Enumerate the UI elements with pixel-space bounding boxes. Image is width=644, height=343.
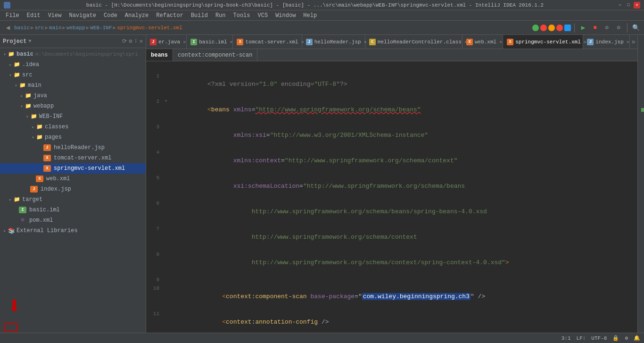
tree-item-main[interactable]: ▾ 📁 main: [0, 80, 146, 91]
maximize-button[interactable]: □: [625, 2, 632, 8]
tree-item-webapp[interactable]: ▾ 📁 webapp: [0, 101, 146, 111]
bottom-rect: [4, 323, 18, 332]
tree-item-indexjsp[interactable]: J index.jsp: [0, 184, 146, 194]
tree-item-basic[interactable]: ▾ 📁 basic H:\Documents\beginningspring\s…: [0, 49, 146, 59]
tree-item-java[interactable]: ▸ 📁 java: [0, 91, 146, 101]
status-green: [532, 25, 539, 31]
tree-item-pom[interactable]: m pom.xml: [0, 215, 146, 226]
sidebar-close-icon[interactable]: ✕: [140, 38, 143, 45]
menu-tools[interactable]: Tools: [230, 10, 254, 21]
tree-item-pages[interactable]: ▾ 📁 pages: [0, 132, 146, 142]
build-button[interactable]: ⚙: [602, 23, 612, 33]
tree-item-helloreader[interactable]: J helloReader.jsp: [0, 142, 146, 153]
menu-run[interactable]: Run: [212, 10, 230, 21]
menu-file[interactable]: File: [2, 10, 23, 21]
tree-item-springmvc[interactable]: X springmvc-servlet.xml: [0, 163, 146, 174]
breadcrumb-webinf[interactable]: WEB-INF: [90, 25, 112, 31]
tab-icon-iml: I: [190, 39, 197, 45]
search-button[interactable]: 🔍: [631, 23, 641, 33]
tab-close-er-java[interactable]: ✕: [183, 39, 186, 45]
toolbar-back[interactable]: ◀: [3, 23, 13, 33]
tree-item-webinf[interactable]: ▾ 📁 WEB-INF: [0, 111, 146, 122]
app-icon: [4, 2, 10, 8]
tree-item-webxml[interactable]: X web.xml: [0, 174, 146, 184]
tab-springmvc-active[interactable]: X springmvc-servlet.xml ✕: [503, 35, 583, 49]
breadcrumb-src[interactable]: src: [35, 25, 44, 31]
tree-item-classes[interactable]: ▸ 📁 classes: [0, 122, 146, 132]
tree-item-basiciml[interactable]: I basic.iml: [0, 205, 146, 215]
menu-view[interactable]: View: [44, 10, 66, 21]
tree-item-external-libs[interactable]: ▸ 📚 External Libraries: [0, 226, 146, 236]
tab-indexjsp[interactable]: J index.jsp ✕: [583, 35, 629, 49]
menu-vcs[interactable]: VCS: [254, 10, 272, 21]
sidebar-header: Project ▼ ⟳ ⚙ ↕ ✕: [0, 35, 146, 48]
status-bar: 3:1 LF: UTF-8 🔒 ⚙ 🔔: [0, 333, 644, 343]
tab-webxml[interactable]: X web.xml ✕: [462, 35, 503, 49]
status-blue: [564, 25, 571, 31]
tab-helloreader[interactable]: J helloReader.jsp ✕: [302, 35, 365, 49]
tab-icon-tomcat: X: [237, 39, 243, 45]
external-libraries-label: External Libraries: [17, 227, 78, 234]
status-right: 3:1 LF: UTF-8 🔒 ⚙ 🔔: [561, 335, 640, 341]
tab-tomcat-xml[interactable]: X tomcat-server.xml ✕: [233, 35, 302, 49]
menu-navigate[interactable]: Navigate: [65, 10, 100, 21]
editor-tabs: J er.java ✕ I basic.iml ✕ X tomcat-serve…: [146, 35, 637, 49]
tree-item-idea[interactable]: ▸ 📁 .idea: [0, 59, 146, 70]
tab-icon-class: C: [369, 39, 376, 45]
tab-overflow[interactable]: »: [630, 35, 637, 49]
window-controls: ─ □ ✕: [617, 2, 640, 8]
breadcrumb-main[interactable]: main: [49, 25, 61, 31]
tree-item-tomcat[interactable]: X tomcat-server.xml: [0, 153, 146, 163]
tab-icon-webxml: X: [466, 39, 473, 45]
close-button[interactable]: ✕: [634, 2, 640, 8]
menu-code[interactable]: Code: [100, 10, 121, 21]
menu-refactor[interactable]: Refactor: [152, 10, 187, 21]
minimize-button[interactable]: ─: [617, 2, 623, 8]
tab-close-indexjsp[interactable]: ✕: [627, 39, 629, 45]
fold-btn-2[interactable]: ▾: [165, 99, 167, 104]
tab-close-webxml[interactable]: ✕: [499, 39, 502, 45]
sidebar-sync-icon[interactable]: ⟳: [122, 38, 127, 45]
tab-helloreader-class[interactable]: C HelloReaderController.class ✕: [365, 35, 462, 49]
code-line-4: 4 xmlns:context="http://www.springframew…: [146, 148, 637, 174]
run-button[interactable]: ▶: [578, 23, 588, 33]
tree-item-target[interactable]: ▸ 📁 target: [0, 194, 146, 205]
menu-help[interactable]: Help: [299, 10, 321, 21]
status-notifications-icon[interactable]: 🔔: [634, 335, 640, 341]
code-line-blank: [146, 63, 637, 72]
breadcrumb-file[interactable]: springmvc-servlet.xml: [117, 25, 182, 31]
status-orange: [548, 25, 555, 31]
main-layout: Project ▼ ⟳ ⚙ ↕ ✕ ▾ 📁 basic H:\Documents…: [0, 35, 644, 343]
project-tab[interactable]: Project: [3, 38, 26, 45]
settings-button[interactable]: ⚙: [613, 23, 624, 33]
tab-close-basiciml[interactable]: ✕: [230, 39, 233, 45]
breadcrumb-basic[interactable]: basic: [14, 25, 30, 31]
stop-button[interactable]: ■: [590, 23, 600, 33]
code-line-6: 6 http://www.springframework.org/schema/…: [146, 199, 637, 225]
code-line-1: 1 <?xml version="1.0" encoding="UTF-8"?>: [146, 72, 637, 97]
xml-tab-component-scan[interactable]: context:component-scan: [173, 49, 257, 61]
status-settings-icon[interactable]: ⚙: [625, 335, 628, 341]
menu-analyze[interactable]: Analyze: [121, 10, 152, 21]
code-editor[interactable]: 1 <?xml version="1.0" encoding="UTF-8"?>…: [146, 61, 637, 343]
code-line-10: 10 <context:component-scan base-package=…: [146, 284, 637, 310]
sidebar: Project ▼ ⟳ ⚙ ↕ ✕ ▾ 📁 basic H:\Documents…: [0, 35, 146, 343]
status-lock-icon: 🔒: [612, 335, 619, 341]
sidebar-gear-icon[interactable]: ⚙: [129, 38, 132, 45]
menu-window[interactable]: Window: [272, 10, 299, 21]
status-position: 3:1: [561, 335, 571, 341]
status-encoding: UTF-8: [591, 335, 607, 341]
tab-icon-springmvc: X: [507, 39, 513, 45]
tab-er-java[interactable]: J er.java ✕: [146, 35, 187, 49]
code-line-5: 5 xsi:schemaLocation="http://www.springf…: [146, 174, 637, 199]
menu-edit[interactable]: Edit: [23, 10, 44, 21]
toolbar: ◀ basic ▶ src ▶ main ▶ webapp ▶ WEB-INF …: [0, 21, 644, 35]
file-tree: ▾ 📁 basic H:\Documents\beginningspring\s…: [0, 48, 146, 343]
tab-basic-iml[interactable]: I basic.iml ✕: [187, 35, 233, 49]
xml-tab-beans[interactable]: beans: [146, 49, 173, 61]
menu-build[interactable]: Build: [187, 10, 212, 21]
sidebar-collapse-icon[interactable]: ↕: [134, 38, 138, 45]
breadcrumb-webapp[interactable]: webapp: [66, 25, 85, 31]
tree-item-src[interactable]: ▾ 📁 src: [0, 70, 146, 80]
status-linesep: LF:: [577, 335, 586, 341]
